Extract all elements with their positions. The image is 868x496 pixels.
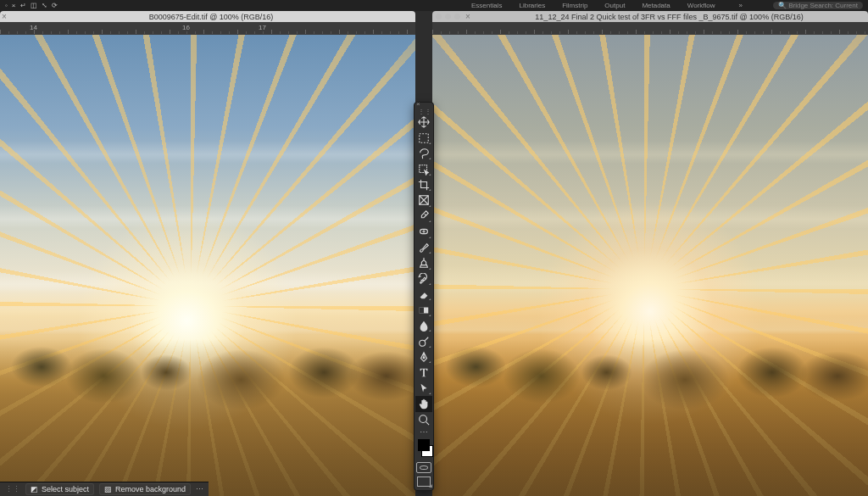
clone-stamp-tool[interactable] <box>415 255 432 270</box>
contextual-taskbar: ⋮⋮ ◩ Select subject ▧ Remove background … <box>0 482 209 496</box>
horizontal-ruler[interactable] <box>432 22 868 35</box>
zoom-tool[interactable] <box>415 412 432 427</box>
quick-mask-toggle[interactable] <box>416 462 431 474</box>
search-placeholder: Bridge Search: Current <box>788 2 858 9</box>
marquee-tool[interactable] <box>415 130 432 145</box>
document-window-right: × 11_12_24 Final 2 Quick test of 3FR vs … <box>432 11 868 496</box>
more-options-icon[interactable]: ⋯ <box>196 485 203 493</box>
svg-rect-0 <box>420 133 429 142</box>
frame-tool[interactable] <box>415 192 432 208</box>
ruler-tick: 16 <box>182 24 190 31</box>
drag-handle-icon[interactable]: ⋮⋮ <box>5 485 20 493</box>
ruler-tick: 17 <box>259 24 266 31</box>
canvas-area[interactable] <box>432 35 868 496</box>
workspace-overflow-icon[interactable]: » <box>738 2 742 9</box>
workspace-tab[interactable]: Libraries <box>519 2 545 9</box>
window-controls[interactable] <box>436 14 460 20</box>
ruler-tick: 14 <box>30 24 37 31</box>
move-tool[interactable] <box>415 114 432 130</box>
workspace-tab[interactable]: Workflow <box>687 2 715 9</box>
workspace-tab[interactable]: Metadata <box>642 2 670 9</box>
pen-tool[interactable] <box>415 349 432 365</box>
close-tab-icon[interactable]: × <box>2 12 8 21</box>
crop-tool[interactable] <box>415 177 432 192</box>
eraser-tool[interactable] <box>415 287 432 302</box>
foreground-color[interactable] <box>418 439 430 451</box>
dodge-tool[interactable] <box>415 333 432 348</box>
close-tab-icon[interactable]: × <box>465 12 472 21</box>
image-treeline <box>432 339 868 496</box>
workspace-tab[interactable]: Filmstrip <box>562 2 587 9</box>
image-treeline <box>0 339 415 496</box>
gradient-tool[interactable] <box>415 302 432 317</box>
lasso-tool[interactable] <box>415 146 432 161</box>
application-topbar: ◦×↵◫⤡⟳ Essentials Libraries Filmstrip Ou… <box>0 0 868 11</box>
document-tabbar[interactable]: × B0009675-Edit.tif @ 100% (RGB/16) <box>0 11 415 22</box>
hand-tool[interactable] <box>415 396 432 411</box>
document-title: B0009675-Edit.tif @ 100% (RGB/16) <box>8 13 414 21</box>
svg-point-6 <box>420 340 426 346</box>
type-tool[interactable] <box>415 365 432 380</box>
edit-toolbar-icon[interactable]: ⋯ <box>415 427 433 437</box>
svg-point-7 <box>423 357 425 359</box>
object-select-tool[interactable] <box>415 161 432 176</box>
healing-brush-tool[interactable] <box>415 224 432 239</box>
panel-grip-icon[interactable]: × ⋮⋮ <box>417 104 431 111</box>
select-subject-label: Select subject <box>42 485 89 493</box>
blur-tool[interactable] <box>415 318 432 333</box>
eyedropper-tool[interactable] <box>415 209 432 224</box>
document-title: 11_12_24 Final 2 Quick test of 3FR vs FF… <box>472 13 866 21</box>
remove-background-icon: ▧ <box>104 485 112 493</box>
remove-background-label: Remove background <box>115 485 186 493</box>
path-select-tool[interactable] <box>415 381 432 396</box>
select-subject-icon: ◩ <box>31 485 38 493</box>
tools-panel[interactable]: × ⋮⋮ ⋯ <box>414 102 434 491</box>
workspace-tabs: Essentials Libraries Filmstrip Output Me… <box>471 2 743 9</box>
svg-rect-5 <box>420 307 424 313</box>
color-swatches[interactable] <box>415 437 433 462</box>
canvas-area[interactable] <box>0 35 415 496</box>
svg-point-8 <box>420 415 427 423</box>
screen-mode-button[interactable] <box>417 476 431 487</box>
brush-tool[interactable] <box>415 240 432 255</box>
document-window-left: × B0009675-Edit.tif @ 100% (RGB/16) 14 1… <box>0 11 415 496</box>
select-subject-button[interactable]: ◩ Select subject <box>25 483 94 495</box>
workspace-tab[interactable]: Output <box>604 2 625 9</box>
history-brush-tool[interactable] <box>415 271 432 287</box>
remove-background-button[interactable]: ▧ Remove background <box>99 483 191 495</box>
window-left-icons[interactable]: ◦×↵◫⤡⟳ <box>5 2 58 9</box>
document-tabbar[interactable]: × 11_12_24 Final 2 Quick test of 3FR vs … <box>432 11 868 22</box>
horizontal-ruler[interactable]: 14 16 17 <box>0 22 415 35</box>
bridge-search[interactable]: 🔍 Bridge Search: Current <box>773 1 863 10</box>
workspace-tab[interactable]: Essentials <box>471 2 502 9</box>
